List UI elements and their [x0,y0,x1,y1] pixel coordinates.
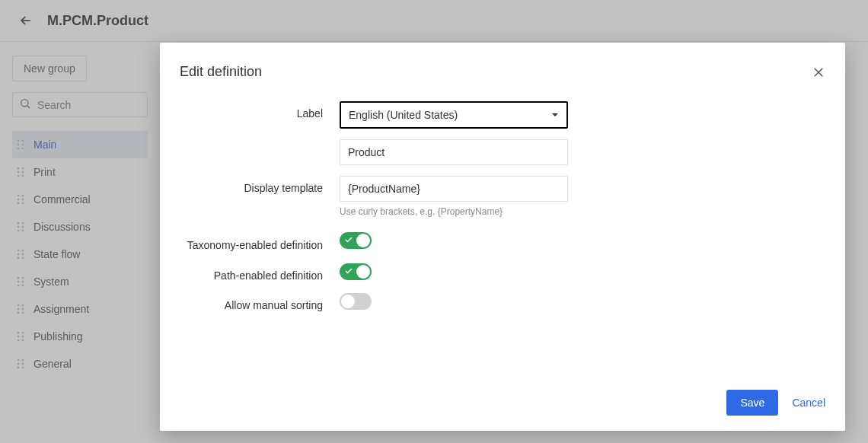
label-value-input[interactable] [340,139,568,165]
check-icon [344,266,353,278]
chevron-down-icon [551,109,559,121]
modal-title: Edit definition [180,64,262,80]
cancel-button[interactable]: Cancel [792,397,825,409]
path-enabled-label: Path-enabled definition [180,263,340,282]
display-template-label: Display template [180,176,340,194]
close-icon[interactable] [812,65,825,79]
label-field-label: Label [180,101,340,120]
edit-definition-modal: Edit definition Label English (United St… [160,43,845,431]
language-select-value: English (United States) [349,109,458,121]
display-template-input[interactable] [340,176,568,202]
allow-manual-sorting-label: Allow manual sorting [180,293,340,311]
path-enabled-toggle[interactable] [340,263,372,280]
taxonomy-enabled-label: Taxonomy-enabled definition [180,232,340,253]
check-icon [344,234,353,247]
taxonomy-enabled-toggle[interactable] [340,232,372,249]
allow-manual-sorting-toggle[interactable] [340,293,372,310]
save-button[interactable]: Save [726,390,778,416]
display-template-help: Use curly brackets, e.g. {PropertyName} [340,206,568,217]
language-select[interactable]: English (United States) [340,101,568,129]
